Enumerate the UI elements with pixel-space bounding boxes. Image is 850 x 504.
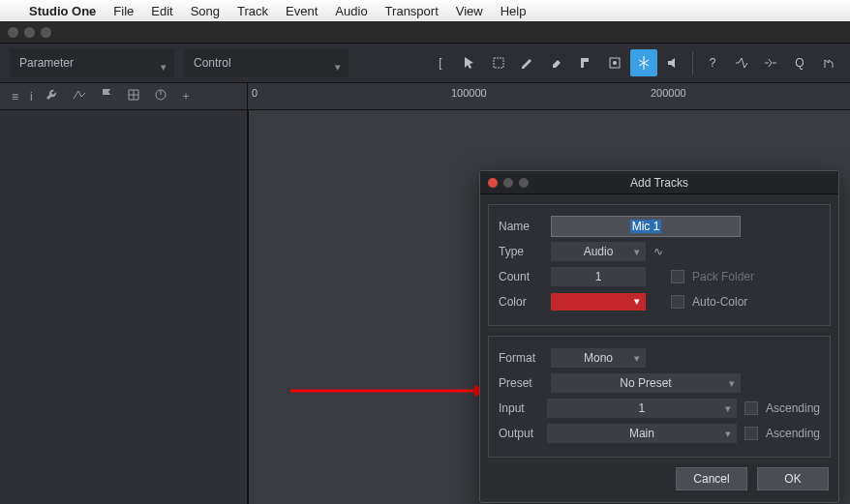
chevron-down-icon: ▾ [335,61,341,74]
menu-help[interactable]: Help [501,4,527,18]
name-value: Mic 1 [630,220,662,233]
wrench-icon[interactable] [45,87,60,105]
flag-icon[interactable] [99,87,114,105]
add-track-icon[interactable]: ＋ [180,88,192,104]
control-label: Control [194,56,231,70]
chevron-down-icon: ▾ [725,402,731,415]
toolbar: Parameter ▾ Control ▾ [ ? Q [0,43,850,83]
chevron-down-icon: ▾ [634,352,640,365]
menu-transport[interactable]: Transport [385,4,439,18]
dialog-title: Add Tracks [480,176,838,190]
parameter-label: Parameter [19,56,74,70]
dialog-panel-routing: Format Mono▾ Preset No Preset▾ Input 1▾ … [488,336,831,458]
type-extra-icon[interactable]: ∿ [653,245,663,258]
tool-group: [ ? Q [427,49,850,76]
menu-edit[interactable]: Edit [151,4,172,18]
automation-icon[interactable] [72,87,87,105]
bracket-left-icon[interactable]: [ [427,49,454,76]
ruler-marker: 0 [252,87,258,99]
menu-app[interactable]: Studio One [29,4,96,18]
ruler-marker: 200000 [651,87,686,99]
color-picker[interactable]: ▾ [551,293,646,311]
menu-track[interactable]: Track [237,4,268,18]
mac-menubar: Studio One File Edit Song Track Event Au… [0,0,850,21]
dialog-panel-main: Name Mic 1 Type Audio▾ ∿ Count 1 Pack Fo… [488,204,831,326]
control-slot[interactable]: Control ▾ [184,48,349,77]
count-field[interactable]: 1 [551,267,646,286]
chevron-down-icon: ▾ [725,428,731,440]
svg-rect-0 [494,58,503,68]
arrow-tool-icon[interactable] [456,49,483,76]
menu-view[interactable]: View [456,4,483,18]
traffic-close-icon[interactable] [8,27,18,38]
auto-color-label: Auto-Color [692,295,747,309]
mute-tool-icon[interactable] [601,49,628,76]
traffic-min-icon[interactable] [24,27,35,38]
format-dropdown[interactable]: Mono▾ [551,348,646,368]
svg-point-2 [613,61,617,65]
auto-color-checkbox[interactable] [671,295,684,309]
dialog-titlebar[interactable]: Add Tracks [480,171,838,194]
color-label: Color [499,295,543,309]
pencil-tool-icon[interactable] [514,49,541,76]
pack-folder-checkbox[interactable] [671,270,684,283]
format-label: Format [499,351,543,365]
timeline-ruler[interactable]: 0 100000 200000 [248,83,850,109]
chevron-down-icon: ▾ [634,295,640,308]
info-icon[interactable]: i [30,90,33,104]
output-label: Output [499,427,539,440]
range-tool-icon[interactable] [485,49,512,76]
menu-song[interactable]: Song [191,4,220,18]
type-label: Type [499,245,543,258]
input-ascending-checkbox[interactable] [744,401,758,415]
input-label: Input [499,401,539,415]
chevron-down-icon: ▾ [729,377,735,390]
menu-event[interactable]: Event [286,4,318,18]
ruler-row: ≡ i ＋ 0 100000 200000 [0,83,850,110]
list-icon[interactable]: ≡ [12,90,18,104]
paint-tool-icon[interactable] [572,49,599,76]
grid-icon[interactable] [126,87,141,105]
snap-icon[interactable] [728,49,755,76]
name-input[interactable]: Mic 1 [551,216,741,237]
listen-tool-icon[interactable] [659,49,686,76]
output-dropdown[interactable]: Main▾ [547,424,737,443]
type-dropdown[interactable]: Audio▾ [551,242,646,261]
ruler-marker: 100000 [451,87,487,99]
cancel-button[interactable]: Cancel [676,467,747,490]
name-label: Name [499,220,543,233]
menu-file[interactable]: File [113,4,134,18]
dialog-buttons: Cancel OK [480,458,838,492]
count-label: Count [499,270,543,283]
track-list[interactable] [0,110,248,504]
track-header-tools: ≡ i ＋ [0,83,248,109]
autoscroll-icon[interactable] [757,49,784,76]
preset-label: Preset [499,376,543,390]
ok-button[interactable]: OK [757,467,829,490]
eraser-tool-icon[interactable] [543,49,570,76]
menu-audio[interactable]: Audio [335,4,367,18]
tempo-icon[interactable] [153,87,168,105]
help-icon[interactable]: ? [699,49,726,76]
preset-dropdown[interactable]: No Preset▾ [551,373,741,393]
chevron-down-icon: ▾ [634,246,640,258]
window-titlebar [0,21,850,43]
output-ascending-label: Ascending [766,427,820,440]
input-dropdown[interactable]: 1▾ [547,399,737,418]
add-tracks-dialog: Add Tracks Name Mic 1 Type Audio▾ ∿ Coun… [479,170,839,503]
chevron-down-icon: ▾ [161,61,167,74]
input-ascending-label: Ascending [766,401,820,415]
split-tool-icon[interactable] [630,49,657,76]
macro-icon[interactable] [815,49,842,76]
pack-folder-label: Pack Folder [692,270,754,283]
parameter-slot[interactable]: Parameter ▾ [10,48,174,77]
traffic-max-icon[interactable] [41,27,51,38]
output-ascending-checkbox[interactable] [744,427,758,440]
quantize-icon[interactable]: Q [786,49,813,76]
